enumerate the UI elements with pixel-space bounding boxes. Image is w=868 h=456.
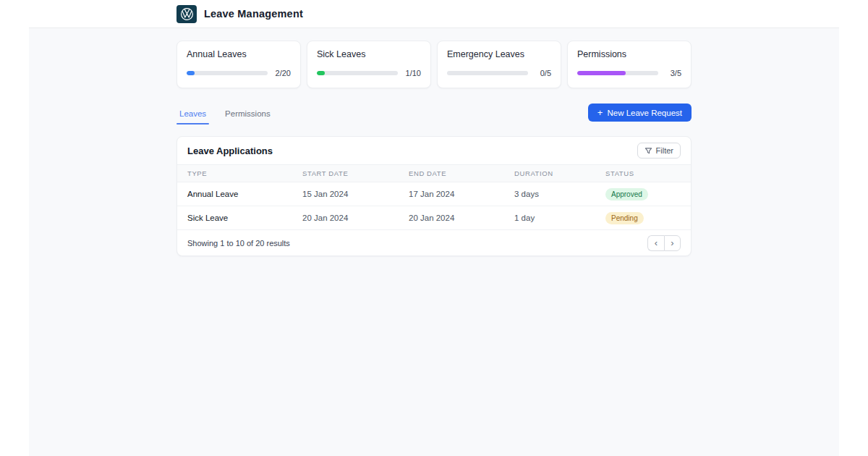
- stats-row: Annual Leaves 2/20 Sick Leaves 1/10: [176, 41, 692, 88]
- stat-label: Sick Leaves: [317, 49, 421, 59]
- table-footer: Showing 1 to 10 of 20 results ‹ ›: [177, 230, 691, 256]
- stat-value: 1/10: [404, 69, 421, 77]
- tab-permissions[interactable]: Permissions: [225, 109, 271, 124]
- cell-start-date: 15 Jan 2024: [302, 190, 409, 198]
- app-header: Leave Management: [0, 0, 868, 28]
- content-column: Annual Leaves 2/20 Sick Leaves 1/10: [176, 28, 692, 256]
- table-row[interactable]: Annual Leave 15 Jan 2024 17 Jan 2024 3 d…: [177, 182, 691, 206]
- app-title: Leave Management: [204, 8, 303, 20]
- progress-fill: [317, 71, 325, 75]
- progress-bar: [447, 71, 528, 75]
- leave-applications-header: Leave Applications Filter: [177, 137, 691, 164]
- progress-bar: [187, 71, 268, 75]
- results-summary: Showing 1 to 10 of 20 results: [187, 239, 290, 248]
- cell-duration: 1 day: [514, 214, 605, 222]
- stat-card-permissions: Permissions 3/5: [567, 41, 692, 88]
- stat-value: 0/5: [534, 69, 551, 77]
- tabs: Leaves Permissions: [176, 109, 271, 124]
- main-panel: Annual Leaves 2/20 Sick Leaves 1/10: [29, 28, 839, 456]
- filter-funnel-icon: [644, 147, 652, 155]
- column-header-end-date: END DATE: [409, 169, 514, 177]
- filter-button[interactable]: Filter: [637, 143, 681, 159]
- stat-value: 3/5: [664, 69, 681, 77]
- stat-label: Permissions: [577, 49, 681, 59]
- tabs-row: Leaves Permissions + New Leave Request: [176, 104, 692, 124]
- progress-fill: [187, 71, 195, 75]
- cell-duration: 3 days: [514, 190, 605, 198]
- status-badge: Pending: [605, 212, 644, 224]
- chevron-left-icon: ‹: [655, 238, 658, 248]
- filter-label: Filter: [656, 146, 673, 155]
- column-header-type: TYPE: [187, 169, 302, 177]
- table-header-row: TYPE START DATE END DATE DURATION STATUS: [177, 164, 691, 182]
- cell-end-date: 17 Jan 2024: [409, 190, 514, 198]
- stat-label: Emergency Leaves: [447, 49, 551, 59]
- column-header-duration: DURATION: [514, 169, 605, 177]
- card-title: Leave Applications: [187, 145, 273, 156]
- progress-bar: [577, 71, 658, 75]
- column-header-status: STATUS: [605, 169, 681, 177]
- new-leave-request-label: New Leave Request: [607, 109, 682, 117]
- stat-card-sick-leaves: Sick Leaves 1/10: [307, 41, 431, 88]
- chevron-right-icon: ›: [671, 238, 673, 248]
- stat-label: Annual Leaves: [187, 49, 291, 59]
- pagination: ‹ ›: [647, 235, 681, 251]
- next-page-button[interactable]: ›: [664, 235, 681, 251]
- stat-value: 2/20: [273, 69, 291, 77]
- progress-bar: [317, 71, 398, 75]
- cell-type: Annual Leave: [187, 190, 302, 198]
- cell-end-date: 20 Jan 2024: [409, 214, 514, 222]
- cell-start-date: 20 Jan 2024: [302, 214, 409, 222]
- status-badge: Approved: [605, 188, 648, 200]
- app-header-inner: Leave Management: [176, 5, 303, 23]
- new-leave-request-button[interactable]: + New Leave Request: [588, 104, 692, 122]
- cell-type: Sick Leave: [187, 214, 302, 222]
- table-row[interactable]: Sick Leave 20 Jan 2024 20 Jan 2024 1 day…: [177, 206, 691, 230]
- leave-applications-card: Leave Applications Filter TYPE START DAT…: [176, 136, 692, 256]
- plus-icon: +: [597, 108, 603, 117]
- prev-page-button[interactable]: ‹: [647, 235, 664, 251]
- progress-fill: [577, 71, 626, 75]
- vw-logo-icon: [176, 5, 197, 23]
- stat-card-annual-leaves: Annual Leaves 2/20: [176, 41, 301, 88]
- tab-leaves[interactable]: Leaves: [179, 109, 206, 124]
- stat-card-emergency-leaves: Emergency Leaves 0/5: [437, 41, 561, 88]
- column-header-start-date: START DATE: [302, 169, 409, 177]
